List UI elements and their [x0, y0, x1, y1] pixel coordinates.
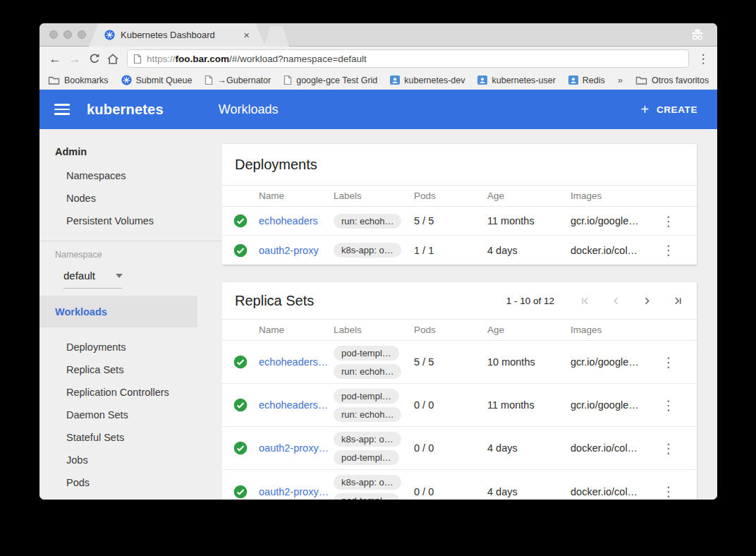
label-chip: k8s-app: o… [334, 243, 401, 258]
label-chip: k8s-app: o… [334, 432, 401, 447]
row-menu-icon[interactable]: ⋮ [652, 354, 685, 370]
tab-close-icon[interactable]: × [243, 30, 250, 40]
sidebar-item-replication-controllers[interactable]: Replication Controllers [39, 381, 222, 404]
sidebar-item-replica-sets[interactable]: Replica Sets [39, 358, 222, 381]
hamburger-menu-icon[interactable] [54, 104, 70, 115]
sidebar-item-persistent-volumes[interactable]: Persistent Volumes [39, 210, 222, 232]
status-ok-icon [233, 441, 248, 455]
label-chip: k8s-app: o… [334, 475, 401, 490]
reload-icon[interactable] [86, 52, 103, 65]
column-pods: Pods [414, 191, 487, 201]
new-tab-button[interactable] [264, 26, 289, 47]
replica-set-link[interactable]: oauth2-proxy… [259, 442, 334, 454]
bookmark-redis[interactable]: Redis [568, 75, 605, 85]
bookmark-bookmarks-folder[interactable]: Bookmarks [48, 75, 109, 85]
column-images: Images [571, 325, 652, 335]
bookmark-submit-queue[interactable]: Submit Queue [121, 75, 193, 85]
browser-tab[interactable]: Kubernetes Dashboard × [89, 23, 265, 47]
app-header: kubernetes Workloads + CREATE [39, 90, 717, 129]
table-row: oauth2-proxy k8s-app: o… 1 / 1 4 days do… [222, 236, 697, 265]
label-chip: run: echoh… [334, 364, 401, 379]
bookmark-label: google-gce Test Grid [296, 75, 377, 85]
row-menu-icon[interactable]: ⋮ [652, 242, 685, 258]
sidebar-item-daemon-sets[interactable]: Daemon Sets [39, 404, 222, 426]
back-icon[interactable]: ← [47, 53, 63, 65]
browser-window: Kubernetes Dashboard × ← → https://foo.b… [39, 23, 717, 500]
bookmark-kubernetes-user[interactable]: kubernetes-user [477, 75, 555, 85]
next-page-icon[interactable] [641, 295, 653, 307]
bookmark-label: Bookmarks [64, 75, 109, 85]
bookmarks-overflow-icon[interactable]: » [618, 75, 623, 85]
sidebar-item-nodes[interactable]: Nodes [39, 187, 222, 210]
sidebar-item-stateful-sets[interactable]: Stateful Sets [39, 426, 222, 449]
replica-set-link[interactable]: echoheaders… [259, 399, 334, 411]
label-chip: run: echoh… [334, 214, 401, 229]
create-button-label: CREATE [657, 104, 697, 115]
previous-page-icon[interactable] [610, 295, 622, 307]
sidebar-item-pods[interactable]: Pods [39, 471, 222, 494]
bookmark-label: Submit Queue [136, 75, 193, 85]
url-path: /#/workload?namespace=default [229, 54, 367, 64]
last-page-icon[interactable] [672, 295, 684, 307]
namespace-select[interactable]: default [63, 270, 123, 289]
sidebar-item-namespaces[interactable]: Namespaces [39, 164, 222, 187]
content-area: Deployments Name Labels Pods Age Images … [222, 129, 717, 500]
home-icon[interactable] [106, 52, 120, 66]
row-menu-icon[interactable]: ⋮ [652, 213, 685, 229]
folder-icon [48, 75, 60, 85]
sidebar-item-admin[interactable]: Admin [39, 139, 222, 164]
pods-cell: 0 / 0 [414, 442, 487, 454]
column-name: Name [259, 325, 334, 335]
tab-title: Kubernetes Dashboard [121, 30, 238, 40]
status-ok-icon [233, 214, 248, 228]
replica-set-link[interactable]: echoheaders… [259, 356, 334, 368]
deployment-link[interactable]: oauth2-proxy [259, 245, 334, 256]
column-pods: Pods [414, 325, 487, 335]
incognito-icon [689, 28, 706, 42]
namespace-value: default [63, 270, 95, 282]
bookmark-gubernator[interactable]: →Gubernator [205, 75, 271, 85]
url-scheme: https:// [147, 54, 176, 64]
deployment-link[interactable]: echoheaders [259, 215, 334, 226]
window-minimize-button[interactable] [63, 30, 72, 39]
replica-set-link[interactable]: oauth2-proxy… [259, 486, 334, 497]
window-close-button[interactable] [49, 30, 58, 39]
url-text: https://foo.bar.com/#/workload?namespace… [147, 54, 367, 64]
group-icon [390, 75, 400, 85]
first-page-icon[interactable] [579, 295, 591, 307]
column-labels: Labels [334, 325, 414, 335]
kubernetes-icon [121, 75, 132, 85]
bookmarks-bar: Bookmarks Submit Queue →Gubernator googl… [39, 71, 717, 90]
bookmark-kubernetes-dev[interactable]: kubernetes-dev [390, 75, 465, 85]
main-area: Admin Namespaces Nodes Persistent Volume… [39, 129, 717, 500]
page-icon [284, 75, 292, 85]
bookmark-google-gce-test-grid[interactable]: google-gce Test Grid [284, 75, 377, 85]
create-button[interactable]: + CREATE [641, 102, 697, 118]
forward-icon[interactable]: → [66, 53, 83, 65]
sidebar-item-jobs[interactable]: Jobs [39, 449, 222, 471]
bookmark-otros-favoritos-folder[interactable]: Otros favoritos [635, 75, 709, 85]
group-icon [568, 75, 578, 85]
app-logo: kubernetes [87, 102, 164, 118]
sidebar-item-workloads[interactable]: Workloads [39, 296, 197, 327]
row-menu-icon[interactable]: ⋮ [652, 483, 685, 500]
chevron-down-icon [116, 274, 123, 278]
replica-sets-card: Replica Sets 1 - 10 of 12 Name Labels Po… [222, 282, 697, 500]
browser-menu-icon[interactable]: ⋮ [696, 52, 710, 66]
window-zoom-button[interactable] [78, 30, 86, 39]
pagination: 1 - 10 of 12 [506, 295, 684, 307]
group-icon [477, 75, 487, 85]
sidebar-item-deployments[interactable]: Deployments [39, 336, 222, 358]
column-images: Images [571, 191, 652, 201]
table-row: echoheaders run: echoh… 5 / 5 11 months … [222, 207, 697, 236]
table-row: echoheaders… pod-templ… run: echoh… 0 / … [222, 384, 697, 427]
url-bar[interactable]: https://foo.bar.com/#/workload?namespace… [127, 49, 689, 68]
kubernetes-favicon-icon [104, 30, 115, 40]
row-menu-icon[interactable]: ⋮ [652, 440, 685, 457]
age-cell: 11 months [487, 215, 571, 226]
bookmark-label: kubernetes-user [492, 75, 555, 85]
pods-cell: 0 / 0 [414, 486, 487, 497]
table-row: echoheaders… pod-templ… run: echoh… 5 / … [222, 341, 697, 384]
row-menu-icon[interactable]: ⋮ [652, 397, 685, 413]
images-cell: gcr.io/google… [571, 215, 652, 226]
